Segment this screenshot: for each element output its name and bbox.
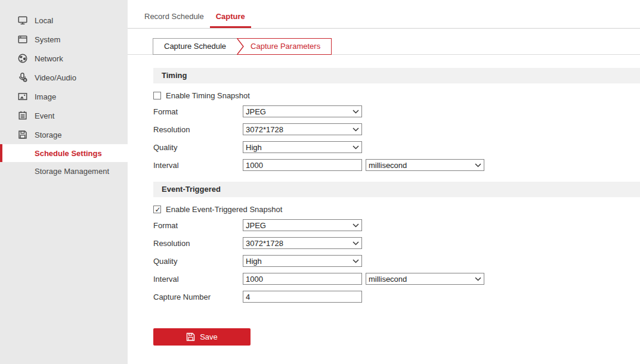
event-interval-label: Interval (153, 275, 243, 284)
timing-quality-select-wrap: High (243, 141, 362, 153)
event-format-select[interactable]: JPEG (243, 219, 362, 231)
save-button[interactable]: Save (153, 328, 251, 346)
tab-bar: Record Schedule Capture (128, 0, 640, 29)
subtab-capture-schedule[interactable]: Capture Schedule (153, 38, 237, 55)
sidebar-subitem-label: Schedule Settings (35, 149, 102, 158)
sidebar-item-local[interactable]: Local (0, 11, 128, 30)
event-resolution-select[interactable]: 3072*1728 (243, 237, 362, 249)
sidebar-item-video-audio[interactable]: Video/Audio (0, 68, 128, 87)
monitor-icon (17, 15, 28, 26)
sidebar-item-label: Image (35, 92, 56, 101)
sidebar-item-image[interactable]: Image (0, 87, 128, 106)
timing-resolution-label: Resolution (153, 125, 243, 134)
sidebar-item-network[interactable]: Network (0, 49, 128, 68)
event-resolution-row: Resolution 3072*1728 (153, 234, 640, 252)
main-panel: Record Schedule Capture Capture Schedule… (128, 0, 640, 364)
sidebar-item-storage[interactable]: Storage (0, 125, 128, 144)
subtab-capture-parameters[interactable]: Capture Parameters (246, 38, 332, 55)
event-enable-label: Enable Event-Triggered Snapshot (166, 205, 282, 214)
event-enable-row: Enable Event-Triggered Snapshot (153, 203, 640, 215)
timing-format-select-wrap: JPEG (243, 105, 362, 117)
timing-quality-select[interactable]: High (243, 141, 362, 153)
sidebar-item-label: Local (35, 16, 53, 25)
event-interval-unit-wrap: millisecond (366, 273, 484, 285)
timing-resolution-select[interactable]: 3072*1728 (243, 123, 362, 135)
sidebar-item-label: Network (35, 54, 63, 63)
timing-interval-label: Interval (153, 161, 243, 170)
event-format-row: Format JPEG (153, 216, 640, 234)
capture-parameters-content: Timing Enable Timing Snapshot Format JPE… (128, 68, 640, 346)
sidebar-item-label: Storage (35, 130, 62, 139)
event-quality-label: Quality (153, 257, 243, 266)
event-capture-number-input[interactable] (243, 291, 362, 303)
save-icon (186, 332, 195, 341)
subtab-group: Capture Schedule Capture Parameters (153, 38, 332, 55)
sidebar-item-schedule-settings[interactable]: Schedule Settings (0, 144, 128, 162)
sidebar-item-label: System (35, 35, 60, 44)
event-quality-select[interactable]: High (243, 255, 362, 267)
timing-enable-checkbox[interactable] (153, 92, 161, 99)
event-quality-select-wrap: High (243, 255, 362, 267)
save-button-label: Save (200, 332, 218, 341)
event-interval-unit-select[interactable]: millisecond (366, 273, 484, 285)
sidebar-item-label: Video/Audio (35, 73, 76, 82)
timing-resolution-select-wrap: 3072*1728 (243, 123, 362, 135)
event-resolution-select-wrap: 3072*1728 (243, 237, 362, 249)
event-capture-number-label: Capture Number (153, 293, 243, 301)
timing-section-header: Timing (153, 68, 640, 83)
timing-interval-unit-wrap: millisecond (366, 159, 484, 171)
subtab-chevron-icon (237, 38, 246, 55)
timing-format-label: Format (153, 107, 243, 116)
sidebar-subitem-label: Storage Management (35, 167, 109, 176)
timing-quality-label: Quality (153, 143, 243, 152)
floppy-icon (17, 129, 28, 140)
tab-capture[interactable]: Capture (210, 12, 251, 28)
calendar-icon (17, 110, 28, 121)
sidebar-item-label: Event (35, 111, 54, 120)
event-format-label: Format (153, 221, 243, 230)
event-interval-input[interactable] (243, 273, 362, 285)
timing-enable-row: Enable Timing Snapshot (153, 89, 640, 101)
event-enable-checkbox[interactable] (153, 206, 161, 213)
event-form: Format JPEG Resolution 3072*1728 Quality… (153, 216, 640, 306)
timing-format-row: Format JPEG (153, 102, 640, 120)
timing-interval-input[interactable] (243, 159, 362, 171)
sidebar-item-system[interactable]: System (0, 30, 128, 49)
timing-resolution-row: Resolution 3072*1728 (153, 120, 640, 138)
globe-icon (17, 53, 28, 64)
tab-record-schedule[interactable]: Record Schedule (138, 12, 210, 28)
sidebar-item-storage-management[interactable]: Storage Management (0, 162, 128, 180)
window-icon (17, 34, 28, 45)
image-icon (17, 91, 28, 102)
subtab-bar: Capture Schedule Capture Parameters (128, 29, 640, 55)
timing-form: Format JPEG Resolution 3072*1728 Quality… (153, 102, 640, 174)
event-format-select-wrap: JPEG (243, 219, 362, 231)
microphone-icon (17, 72, 28, 83)
timing-format-select[interactable]: JPEG (243, 105, 362, 117)
event-quality-row: Quality High (153, 252, 640, 270)
sidebar-item-event[interactable]: Event (0, 106, 128, 125)
event-triggered-section-header: Event-Triggered (153, 182, 640, 197)
timing-enable-label: Enable Timing Snapshot (166, 91, 250, 100)
event-capture-number-row: Capture Number (153, 288, 640, 306)
event-interval-row: Interval millisecond (153, 270, 640, 288)
timing-interval-row: Interval millisecond (153, 156, 640, 174)
timing-quality-row: Quality High (153, 138, 640, 156)
sidebar: Local System Network (0, 0, 128, 364)
timing-interval-unit-select[interactable]: millisecond (366, 159, 484, 171)
event-resolution-label: Resolution (153, 239, 243, 248)
